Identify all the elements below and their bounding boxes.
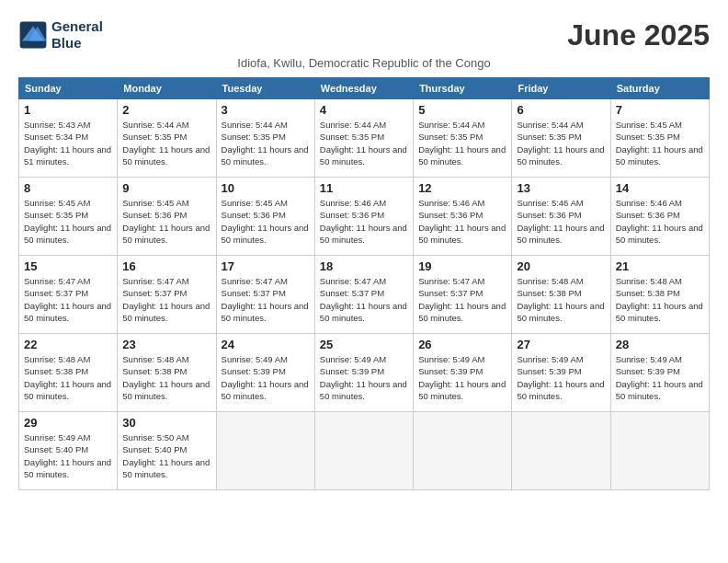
calendar-cell	[512, 412, 610, 490]
day-number: 12	[418, 181, 506, 195]
day-number: 23	[122, 338, 210, 351]
calendar-cell: 18Sunrise: 5:47 AMSunset: 5:37 PMDayligh…	[314, 256, 413, 334]
day-number: 3	[222, 103, 310, 117]
day-number: 2	[122, 103, 210, 117]
calendar-week-3: 15Sunrise: 5:47 AMSunset: 5:37 PMDayligh…	[19, 256, 710, 334]
day-info: Sunrise: 5:44 AMSunset: 5:35 PMDaylight:…	[418, 119, 506, 167]
day-number: 29	[24, 416, 112, 430]
calendar-cell: 29Sunrise: 5:49 AMSunset: 5:40 PMDayligh…	[19, 412, 118, 490]
calendar-cell: 27Sunrise: 5:49 AMSunset: 5:39 PMDayligh…	[512, 334, 610, 412]
calendar-cell	[216, 412, 314, 490]
calendar-cell: 25Sunrise: 5:49 AMSunset: 5:39 PMDayligh…	[314, 334, 413, 412]
calendar-cell: 16Sunrise: 5:47 AMSunset: 5:37 PMDayligh…	[118, 256, 216, 334]
calendar-cell	[414, 412, 512, 490]
day-info: Sunrise: 5:46 AMSunset: 5:36 PMDaylight:…	[418, 197, 506, 246]
day-info: Sunrise: 5:46 AMSunset: 5:36 PMDaylight:…	[517, 197, 605, 246]
calendar-cell: 11Sunrise: 5:46 AMSunset: 5:36 PMDayligh…	[314, 178, 413, 256]
calendar-header-tuesday: Tuesday	[216, 78, 314, 99]
day-number: 28	[616, 338, 704, 351]
day-number: 20	[517, 259, 605, 273]
day-number: 14	[616, 181, 704, 195]
calendar-cell: 2Sunrise: 5:44 AMSunset: 5:35 PMDaylight…	[118, 99, 216, 178]
calendar-cell: 30Sunrise: 5:50 AMSunset: 5:40 PMDayligh…	[118, 412, 216, 490]
day-info: Sunrise: 5:48 AMSunset: 5:38 PMDaylight:…	[122, 353, 210, 402]
day-number: 16	[122, 259, 210, 273]
day-number: 26	[418, 338, 506, 351]
calendar-cell: 26Sunrise: 5:49 AMSunset: 5:39 PMDayligh…	[414, 334, 512, 412]
day-info: Sunrise: 5:47 AMSunset: 5:37 PMDaylight:…	[418, 275, 506, 324]
calendar-cell: 21Sunrise: 5:48 AMSunset: 5:38 PMDayligh…	[610, 256, 709, 334]
day-number: 1	[24, 103, 112, 117]
day-number: 10	[222, 181, 310, 195]
calendar-cell: 1Sunrise: 5:43 AMSunset: 5:34 PMDaylight…	[19, 99, 118, 178]
day-info: Sunrise: 5:46 AMSunset: 5:36 PMDaylight:…	[616, 197, 704, 246]
day-number: 17	[222, 259, 310, 273]
calendar-header-monday: Monday	[118, 78, 216, 99]
day-number: 13	[517, 181, 605, 195]
day-info: Sunrise: 5:49 AMSunset: 5:40 PMDaylight:…	[24, 431, 112, 480]
day-number: 27	[517, 338, 605, 351]
calendar-week-1: 1Sunrise: 5:43 AMSunset: 5:34 PMDaylight…	[19, 99, 710, 178]
day-info: Sunrise: 5:48 AMSunset: 5:38 PMDaylight:…	[24, 353, 112, 402]
day-info: Sunrise: 5:45 AMSunset: 5:36 PMDaylight:…	[222, 197, 310, 246]
calendar-header-sunday: Sunday	[19, 78, 118, 99]
calendar-cell: 15Sunrise: 5:47 AMSunset: 5:37 PMDayligh…	[19, 256, 118, 334]
day-info: Sunrise: 5:48 AMSunset: 5:38 PMDaylight:…	[517, 275, 605, 324]
calendar-cell: 5Sunrise: 5:44 AMSunset: 5:35 PMDaylight…	[414, 99, 512, 178]
day-info: Sunrise: 5:44 AMSunset: 5:35 PMDaylight:…	[320, 119, 408, 167]
logo-icon	[18, 20, 48, 50]
day-number: 25	[320, 338, 408, 351]
day-number: 18	[320, 259, 408, 273]
header: GeneralBlue June 2025	[18, 18, 710, 52]
calendar-header-wednesday: Wednesday	[314, 78, 413, 99]
day-info: Sunrise: 5:43 AMSunset: 5:34 PMDaylight:…	[24, 119, 112, 167]
day-info: Sunrise: 5:49 AMSunset: 5:39 PMDaylight:…	[418, 353, 506, 402]
calendar-cell: 24Sunrise: 5:49 AMSunset: 5:39 PMDayligh…	[216, 334, 314, 412]
calendar-header-saturday: Saturday	[610, 78, 709, 99]
calendar-week-5: 29Sunrise: 5:49 AMSunset: 5:40 PMDayligh…	[19, 412, 710, 490]
calendar-cell: 22Sunrise: 5:48 AMSunset: 5:38 PMDayligh…	[19, 334, 118, 412]
day-number: 22	[24, 338, 112, 351]
month-title: June 2025	[567, 18, 710, 52]
calendar-cell: 14Sunrise: 5:46 AMSunset: 5:36 PMDayligh…	[610, 178, 709, 256]
calendar-cell	[314, 412, 413, 490]
calendar-cell: 9Sunrise: 5:45 AMSunset: 5:36 PMDaylight…	[118, 178, 216, 256]
day-info: Sunrise: 5:47 AMSunset: 5:37 PMDaylight:…	[24, 275, 112, 324]
day-number: 4	[320, 103, 408, 117]
calendar-cell: 28Sunrise: 5:49 AMSunset: 5:39 PMDayligh…	[610, 334, 709, 412]
calendar-cell: 13Sunrise: 5:46 AMSunset: 5:36 PMDayligh…	[512, 178, 610, 256]
day-info: Sunrise: 5:44 AMSunset: 5:35 PMDaylight:…	[517, 119, 605, 167]
calendar-week-4: 22Sunrise: 5:48 AMSunset: 5:38 PMDayligh…	[19, 334, 710, 412]
day-info: Sunrise: 5:47 AMSunset: 5:37 PMDaylight:…	[222, 275, 310, 324]
day-info: Sunrise: 5:50 AMSunset: 5:40 PMDaylight:…	[122, 431, 210, 480]
day-number: 6	[517, 103, 605, 117]
calendar-cell: 7Sunrise: 5:45 AMSunset: 5:35 PMDaylight…	[610, 99, 709, 178]
day-info: Sunrise: 5:49 AMSunset: 5:39 PMDaylight:…	[320, 353, 408, 402]
day-info: Sunrise: 5:44 AMSunset: 5:35 PMDaylight:…	[222, 119, 310, 167]
calendar-cell	[610, 412, 709, 490]
day-info: Sunrise: 5:49 AMSunset: 5:39 PMDaylight:…	[517, 353, 605, 402]
calendar-cell: 20Sunrise: 5:48 AMSunset: 5:38 PMDayligh…	[512, 256, 610, 334]
day-number: 15	[24, 259, 112, 273]
calendar-header-thursday: Thursday	[414, 78, 512, 99]
day-info: Sunrise: 5:45 AMSunset: 5:36 PMDaylight:…	[122, 197, 210, 246]
calendar-cell: 17Sunrise: 5:47 AMSunset: 5:37 PMDayligh…	[216, 256, 314, 334]
day-number: 21	[616, 259, 704, 273]
day-info: Sunrise: 5:45 AMSunset: 5:35 PMDaylight:…	[616, 119, 704, 167]
day-info: Sunrise: 5:46 AMSunset: 5:36 PMDaylight:…	[320, 197, 408, 246]
calendar: SundayMondayTuesdayWednesdayThursdayFrid…	[18, 77, 710, 490]
day-number: 24	[222, 338, 310, 351]
title-area: June 2025	[567, 18, 710, 52]
day-number: 30	[122, 416, 210, 430]
day-number: 19	[418, 259, 506, 273]
day-info: Sunrise: 5:45 AMSunset: 5:35 PMDaylight:…	[24, 197, 112, 246]
calendar-cell: 4Sunrise: 5:44 AMSunset: 5:35 PMDaylight…	[314, 99, 413, 178]
logo-text: GeneralBlue	[51, 18, 103, 52]
subtitle: Idiofa, Kwilu, Democratic Republic of th…	[18, 56, 710, 70]
calendar-cell: 19Sunrise: 5:47 AMSunset: 5:37 PMDayligh…	[414, 256, 512, 334]
day-number: 11	[320, 181, 408, 195]
day-number: 5	[418, 103, 506, 117]
day-info: Sunrise: 5:47 AMSunset: 5:37 PMDaylight:…	[320, 275, 408, 324]
day-info: Sunrise: 5:49 AMSunset: 5:39 PMDaylight:…	[616, 353, 704, 402]
calendar-header-friday: Friday	[512, 78, 610, 99]
